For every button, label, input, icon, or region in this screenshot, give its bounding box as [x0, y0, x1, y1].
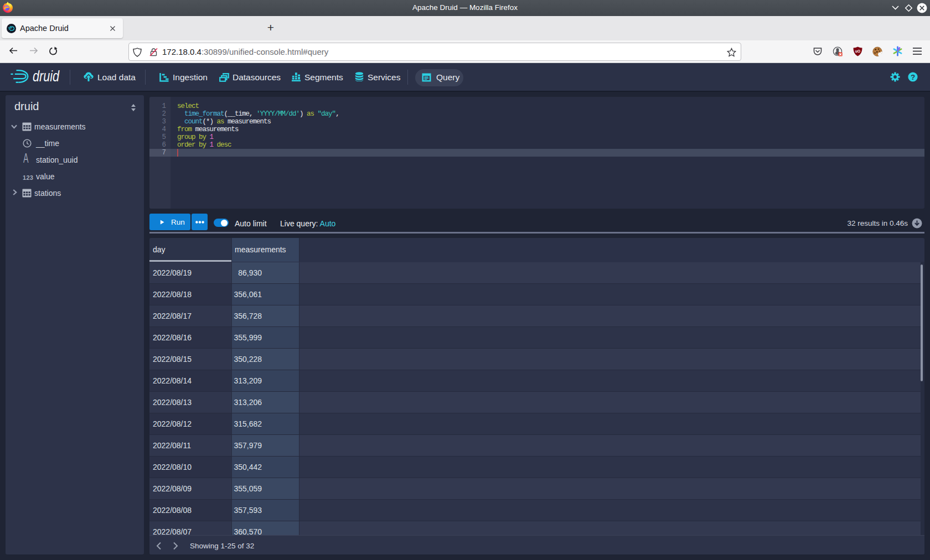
svg-text:?: ?	[911, 73, 915, 81]
svg-text:uO: uO	[855, 49, 860, 53]
